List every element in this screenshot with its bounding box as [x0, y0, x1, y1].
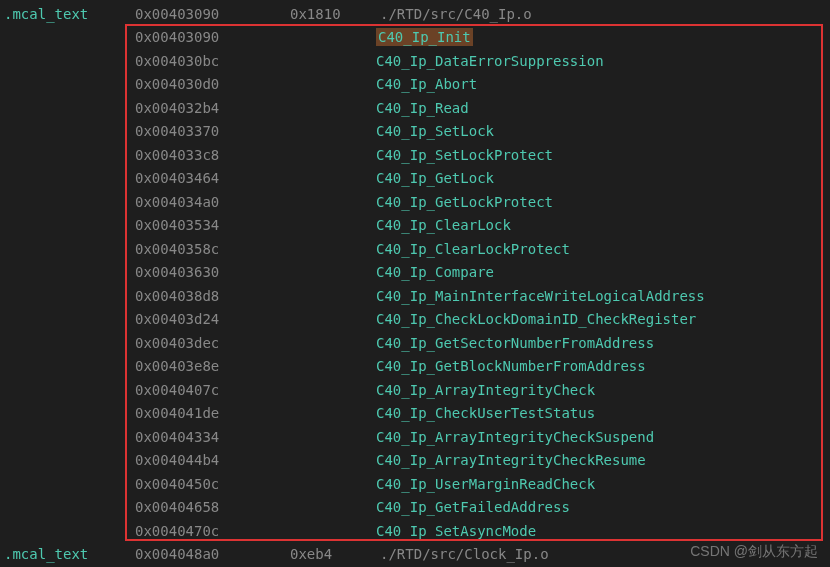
section-name: .mcal_text	[0, 6, 135, 22]
symbol-address: 0x00403e8e	[135, 358, 290, 374]
symbol-name: C40_Ip_Init	[376, 28, 473, 46]
symbol-name: C40_Ip_GetFailedAddress	[376, 499, 570, 515]
symbol-address: 0x0040358c	[135, 241, 290, 257]
symbol-row: .0x004030bcC40_Ip_DataErrorSuppression	[0, 49, 830, 73]
symbol-name-col: C40_Ip_CheckUserTestStatus	[290, 405, 595, 421]
section-size: 0xeb4	[290, 546, 380, 562]
symbol-name-col: C40_Ip_Abort	[290, 76, 477, 92]
section-name: .mcal_text	[0, 546, 135, 562]
symbol-row: .0x0040470cC40_Ip_SetAsyncMode	[0, 519, 830, 543]
symbol-name-col: C40_Ip_ArrayIntegrityCheck	[290, 382, 595, 398]
symbol-name-col: C40_Ip_CheckLockDomainID_CheckRegister	[290, 311, 696, 327]
symbol-address: 0x0040407c	[135, 382, 290, 398]
symbol-row: .0x00403e8eC40_Ip_GetBlockNumberFromAddr…	[0, 355, 830, 379]
symbol-row: .0x00403decC40_Ip_GetSectorNumberFromAdd…	[0, 331, 830, 355]
symbol-name-col: C40_Ip_Compare	[290, 264, 494, 280]
symbol-address: 0x0040470c	[135, 523, 290, 539]
symbol-name-col: C40_Ip_SetLockProtect	[290, 147, 553, 163]
symbol-row: .0x0040407cC40_Ip_ArrayIntegrityCheck	[0, 378, 830, 402]
symbol-row: .0x004044b4C40_Ip_ArrayIntegrityCheckRes…	[0, 449, 830, 473]
symbol-name: C40_Ip_Read	[376, 100, 469, 116]
symbol-row: .0x0040358cC40_Ip_ClearLockProtect	[0, 237, 830, 261]
symbol-name-col: C40_Ip_GetSectorNumberFromAddress	[290, 335, 654, 351]
symbol-row: .0x004033c8C40_Ip_SetLockProtect	[0, 143, 830, 167]
symbol-name-col: C40_Ip_GetBlockNumberFromAddress	[290, 358, 646, 374]
symbol-address: 0x00403370	[135, 123, 290, 139]
symbol-name-col: C40_Ip_GetLockProtect	[290, 194, 553, 210]
object-path: ./RTD/src/Clock_Ip.o	[380, 546, 549, 562]
symbol-name: C40_Ip_Abort	[376, 76, 477, 92]
symbol-row: .0x00404658C40_Ip_GetFailedAddress	[0, 496, 830, 520]
symbol-name: C40_Ip_DataErrorSuppression	[376, 53, 604, 69]
symbol-name-col: C40_Ip_ClearLock	[290, 217, 511, 233]
symbol-name: C40_Ip_ClearLockProtect	[376, 241, 570, 257]
symbol-name: C40_Ip_ArrayIntegrityCheckSuspend	[376, 429, 654, 445]
symbol-address: 0x004034a0	[135, 194, 290, 210]
symbol-name-col: C40_Ip_MainInterfaceWriteLogicalAddress	[290, 288, 705, 304]
object-path: ./RTD/src/C40_Ip.o	[380, 6, 532, 22]
symbol-row: .0x0040450cC40_Ip_UserMarginReadCheck	[0, 472, 830, 496]
section-size: 0x1810	[290, 6, 380, 22]
symbol-name: C40_Ip_GetSectorNumberFromAddress	[376, 335, 654, 351]
section-address: 0x00403090	[135, 6, 290, 22]
symbol-name: C40_Ip_ClearLock	[376, 217, 511, 233]
symbol-name-col: C40_Ip_GetFailedAddress	[290, 499, 570, 515]
symbol-name-col: C40_Ip_GetLock	[290, 170, 494, 186]
symbol-row: .0x00403630C40_Ip_Compare	[0, 261, 830, 285]
symbol-row: .0x004032b4C40_Ip_Read	[0, 96, 830, 120]
symbol-address: 0x00403d24	[135, 311, 290, 327]
symbol-row: .0x004034a0C40_Ip_GetLockProtect	[0, 190, 830, 214]
watermark: CSDN @剑从东方起	[690, 543, 818, 561]
symbol-address: 0x004038d8	[135, 288, 290, 304]
symbol-address: 0x0040450c	[135, 476, 290, 492]
symbol-row: .0x00403534C40_Ip_ClearLock	[0, 214, 830, 238]
symbol-address: 0x004030d0	[135, 76, 290, 92]
symbol-row: .0x004030d0C40_Ip_Abort	[0, 73, 830, 97]
symbol-name: C40_Ip_CheckLockDomainID_CheckRegister	[376, 311, 696, 327]
symbol-name: C40_Ip_SetAsyncMode	[376, 523, 536, 539]
symbol-address: 0x004030bc	[135, 53, 290, 69]
symbol-row: .0x00404334C40_Ip_ArrayIntegrityCheckSus…	[0, 425, 830, 449]
symbol-address: 0x00403090	[135, 29, 290, 45]
section-header-row: .mcal_text 0x00403090 0x1810 ./RTD/src/C…	[0, 2, 830, 26]
symbol-row: .0x00403464C40_Ip_GetLock	[0, 167, 830, 191]
symbol-name-col: C40_Ip_ClearLockProtect	[290, 241, 570, 257]
symbol-address: 0x00403464	[135, 170, 290, 186]
symbol-name: C40_Ip_GetBlockNumberFromAddress	[376, 358, 646, 374]
symbol-name: C40_Ip_MainInterfaceWriteLogicalAddress	[376, 288, 705, 304]
symbol-address: 0x004033c8	[135, 147, 290, 163]
symbol-name-col: C40_Ip_DataErrorSuppression	[290, 53, 604, 69]
symbol-address: 0x00403630	[135, 264, 290, 280]
symbol-name-col: C40_Ip_SetLock	[290, 123, 494, 139]
section-address: 0x004048a0	[135, 546, 290, 562]
symbol-address: 0x004044b4	[135, 452, 290, 468]
symbol-address: 0x00403dec	[135, 335, 290, 351]
symbol-name: C40_Ip_Compare	[376, 264, 494, 280]
symbol-name-col: C40_Ip_SetAsyncMode	[290, 523, 536, 539]
symbol-row: .0x00403090C40_Ip_Init	[0, 26, 830, 50]
symbol-name: C40_Ip_CheckUserTestStatus	[376, 405, 595, 421]
symbol-name: C40_Ip_GetLock	[376, 170, 494, 186]
symbol-row: .0x00403370C40_Ip_SetLock	[0, 120, 830, 144]
symbol-row: .0x004041deC40_Ip_CheckUserTestStatus	[0, 402, 830, 426]
symbol-name: C40_Ip_ArrayIntegrityCheckResume	[376, 452, 646, 468]
symbol-name: C40_Ip_ArrayIntegrityCheck	[376, 382, 595, 398]
symbol-name: C40_Ip_UserMarginReadCheck	[376, 476, 595, 492]
symbol-address: 0x004032b4	[135, 100, 290, 116]
symbol-name-col: C40_Ip_Init	[290, 29, 473, 45]
symbol-name-col: C40_Ip_ArrayIntegrityCheckResume	[290, 452, 646, 468]
symbol-row: .0x00403d24C40_Ip_CheckLockDomainID_Chec…	[0, 308, 830, 332]
symbol-name: C40_Ip_SetLock	[376, 123, 494, 139]
symbol-name: C40_Ip_GetLockProtect	[376, 194, 553, 210]
symbol-name-col: C40_Ip_Read	[290, 100, 469, 116]
symbol-name-col: C40_Ip_ArrayIntegrityCheckSuspend	[290, 429, 654, 445]
symbol-address: 0x00404334	[135, 429, 290, 445]
symbol-address: 0x00404658	[135, 499, 290, 515]
symbol-row: .0x004038d8C40_Ip_MainInterfaceWriteLogi…	[0, 284, 830, 308]
map-file-content: .mcal_text 0x00403090 0x1810 ./RTD/src/C…	[0, 0, 830, 566]
symbol-name: C40_Ip_SetLockProtect	[376, 147, 553, 163]
symbol-name-col: C40_Ip_UserMarginReadCheck	[290, 476, 595, 492]
symbol-address: 0x00403534	[135, 217, 290, 233]
symbol-address: 0x004041de	[135, 405, 290, 421]
